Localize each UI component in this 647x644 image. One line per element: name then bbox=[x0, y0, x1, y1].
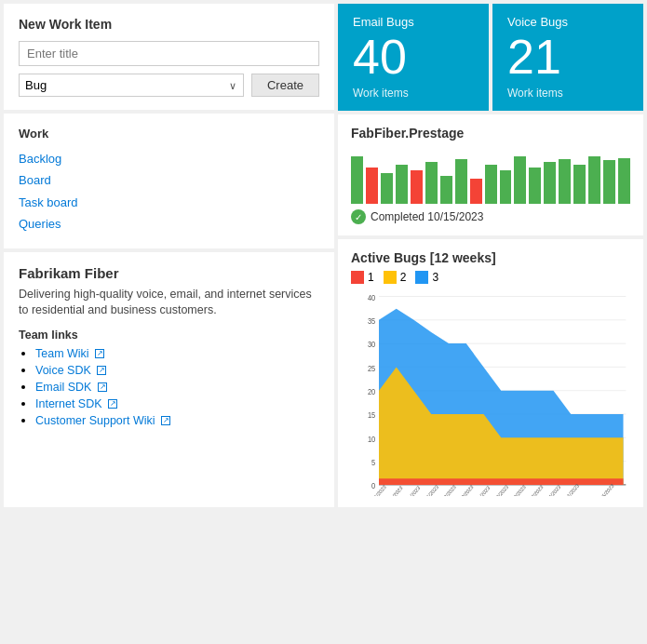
external-link-icon bbox=[161, 416, 170, 425]
taskboard-link[interactable]: Task board bbox=[19, 192, 319, 213]
svg-text:40: 40 bbox=[368, 293, 376, 302]
email-bugs-sub: Work items bbox=[353, 87, 474, 100]
legend-color-2 bbox=[384, 271, 397, 284]
email-bugs-tile: Email Bugs 40 Work items bbox=[338, 4, 489, 111]
svg-text:20: 20 bbox=[368, 388, 376, 397]
svg-text:8/30/2023: 8/30/2023 bbox=[455, 484, 474, 496]
svg-text:9/13/2023: 9/13/2023 bbox=[491, 484, 509, 496]
list-item: Team Wiki bbox=[35, 346, 319, 360]
bar bbox=[544, 162, 556, 204]
legend-label-2: 2 bbox=[400, 271, 407, 284]
external-link-icon bbox=[98, 382, 107, 392]
backlog-link[interactable]: Backlog bbox=[19, 148, 319, 169]
bar bbox=[396, 165, 408, 204]
legend-item-1: 1 bbox=[351, 271, 374, 284]
legend-label-3: 3 bbox=[432, 271, 438, 284]
bugs-svg: 40 35 30 25 20 15 10 5 0 7/26 bbox=[351, 291, 630, 496]
svg-marker-20 bbox=[379, 478, 624, 485]
legend-item-2: 2 bbox=[384, 271, 407, 284]
list-item: Email SDK bbox=[35, 380, 319, 394]
bar bbox=[603, 160, 615, 204]
team-wiki-link[interactable]: Team Wiki bbox=[35, 347, 104, 360]
svg-text:25: 25 bbox=[368, 364, 376, 373]
fabfiber-title: FabFiber.Prestage bbox=[351, 126, 630, 141]
legend-color-3 bbox=[415, 271, 428, 284]
bar bbox=[470, 179, 482, 204]
bar bbox=[351, 156, 363, 204]
bar bbox=[366, 168, 378, 204]
bar bbox=[573, 165, 586, 204]
voice-bugs-sub: Work items bbox=[507, 87, 628, 100]
svg-text:15: 15 bbox=[368, 411, 376, 421]
list-item: Voice SDK bbox=[35, 363, 319, 377]
bar bbox=[559, 159, 571, 204]
tiles-row: Email Bugs 40 Work items Voice Bugs 21 W… bbox=[338, 4, 643, 111]
bar bbox=[440, 176, 452, 204]
list-item: Internet SDK bbox=[35, 396, 319, 410]
voice-bugs-count: 21 bbox=[507, 33, 628, 81]
svg-text:8/9/2023: 8/9/2023 bbox=[404, 485, 421, 496]
fabfiber-bar-chart bbox=[351, 148, 630, 204]
completed-row: ✓ Completed 10/15/2023 bbox=[351, 209, 630, 224]
new-work-item-panel: New Work Item Bug Task User Story Epic F… bbox=[4, 4, 334, 110]
bar bbox=[455, 159, 467, 204]
active-bugs-title: Active Bugs [12 weeks] bbox=[351, 250, 630, 265]
bar bbox=[588, 156, 600, 204]
type-select-wrapper: Bug Task User Story Epic Feature bbox=[19, 74, 244, 97]
active-bugs-panel: Active Bugs [12 weeks] 1 2 3 bbox=[338, 239, 643, 507]
legend-label-1: 1 bbox=[368, 271, 374, 284]
work-panel: Work Backlog Board Task board Queries bbox=[4, 114, 334, 248]
svg-text:0: 0 bbox=[371, 482, 376, 491]
bar bbox=[411, 170, 423, 204]
legend-item-3: 3 bbox=[415, 271, 438, 284]
queries-link[interactable]: Queries bbox=[19, 213, 319, 235]
legend-row: 1 2 3 bbox=[351, 271, 630, 284]
svg-text:9/27/2023: 9/27/2023 bbox=[525, 484, 544, 496]
email-sdk-link[interactable]: Email SDK bbox=[35, 381, 107, 394]
svg-text:8/23/2023: 8/23/2023 bbox=[438, 484, 457, 496]
internet-sdk-link[interactable]: Internet SDK bbox=[35, 397, 117, 410]
customer-support-wiki-link[interactable]: Customer Support Wiki bbox=[35, 414, 170, 427]
legend-color-1 bbox=[351, 271, 364, 284]
external-link-icon bbox=[95, 349, 104, 358]
active-bugs-chart: 40 35 30 25 20 15 10 5 0 7/26 bbox=[351, 291, 630, 496]
bar bbox=[500, 170, 512, 204]
svg-text:8/16/2023: 8/16/2023 bbox=[421, 484, 439, 496]
email-bugs-count: 40 bbox=[353, 33, 474, 81]
svg-text:9/6/2023: 9/6/2023 bbox=[474, 485, 491, 496]
svg-text:5: 5 bbox=[371, 458, 376, 467]
fabrikam-description: Delivering high-quality voice, email, an… bbox=[19, 287, 319, 319]
svg-text:8/2/2023: 8/2/2023 bbox=[386, 485, 403, 496]
voice-bugs-tile: Voice Bugs 21 Work items bbox=[492, 4, 643, 111]
board-link[interactable]: Board bbox=[19, 169, 319, 191]
team-links-label: Team links bbox=[19, 329, 319, 342]
check-icon: ✓ bbox=[351, 209, 366, 224]
svg-text:9/20/2023: 9/20/2023 bbox=[508, 484, 527, 496]
voice-bugs-title: Voice Bugs bbox=[507, 15, 628, 29]
fabrikam-panel: Fabrikam Fiber Delivering high-quality v… bbox=[4, 252, 334, 507]
bar bbox=[381, 173, 393, 204]
bar bbox=[618, 158, 630, 204]
completed-text: Completed 10/15/2023 bbox=[371, 210, 483, 223]
fabrikam-title: Fabrikam Fiber bbox=[19, 265, 319, 281]
create-button[interactable]: Create bbox=[251, 74, 319, 97]
svg-text:35: 35 bbox=[368, 317, 376, 327]
type-select[interactable]: Bug Task User Story Epic Feature bbox=[19, 74, 244, 97]
bar bbox=[425, 162, 438, 204]
work-title: Work bbox=[19, 127, 319, 141]
title-input[interactable] bbox=[19, 41, 319, 66]
external-link-icon bbox=[108, 399, 117, 409]
svg-text:30: 30 bbox=[368, 341, 376, 350]
fabfiber-panel: FabFiber.Prestage ✓ Completed 10/15/2023 bbox=[338, 114, 643, 235]
voice-sdk-link[interactable]: Voice SDK bbox=[35, 364, 106, 377]
svg-text:10/4/2023: 10/4/2023 bbox=[543, 484, 561, 496]
bar bbox=[485, 165, 497, 204]
email-bugs-title: Email Bugs bbox=[353, 15, 474, 29]
bar bbox=[514, 156, 526, 204]
new-work-item-title: New Work Item bbox=[19, 17, 319, 32]
bar bbox=[529, 168, 541, 204]
svg-text:10: 10 bbox=[368, 435, 376, 444]
team-links-list: Team Wiki Voice SDK Email SDK Internet S… bbox=[19, 346, 319, 427]
list-item: Customer Support Wiki bbox=[35, 413, 319, 427]
external-link-icon bbox=[97, 366, 106, 375]
